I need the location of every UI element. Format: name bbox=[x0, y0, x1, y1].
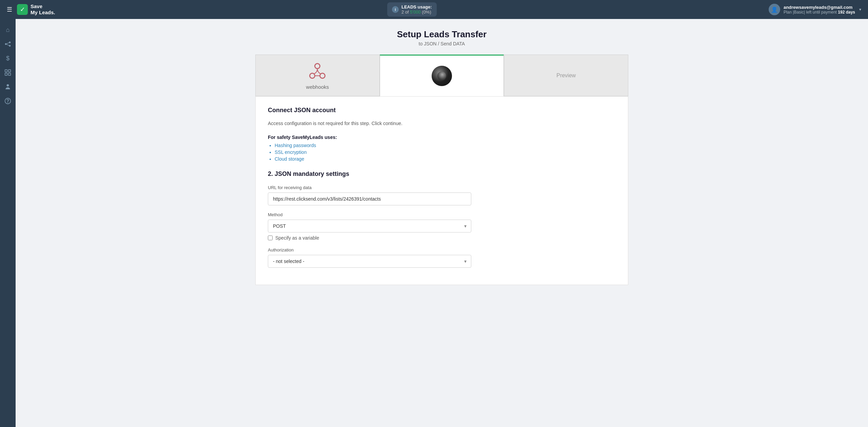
section2-title: 2. JSON mandatory settings bbox=[268, 170, 616, 178]
logo-text: Save My Leads. bbox=[31, 3, 55, 16]
webhook-icon bbox=[307, 61, 328, 81]
url-group: URL for receiving data bbox=[268, 185, 616, 205]
sidebar: ⌂ $ bbox=[0, 19, 16, 427]
list-item: Hashing passwords bbox=[275, 143, 616, 148]
safety-block: For safety SaveMyLeads uses: Hashing pas… bbox=[268, 135, 616, 162]
svg-point-14 bbox=[320, 73, 325, 78]
connect-section: Connect JSON account Access configuratio… bbox=[268, 107, 616, 162]
user-plan: Plan |Basic| left until payment 192 days bbox=[784, 10, 855, 15]
page-title: Setup Leads Transfer bbox=[29, 29, 854, 40]
sidebar-item-account[interactable] bbox=[2, 81, 14, 93]
info-icon: i bbox=[392, 6, 399, 13]
access-info-text: Access configuration is not required for… bbox=[268, 120, 616, 127]
navbar: ☰ ✓ Save My Leads. i LEADS usage: 2 of 5… bbox=[0, 0, 868, 19]
tab-webhooks-label: webhooks bbox=[306, 84, 329, 90]
url-input[interactable] bbox=[268, 192, 471, 205]
specify-variable-checkbox[interactable] bbox=[268, 236, 273, 240]
tab-webhooks[interactable]: webhooks bbox=[255, 55, 380, 96]
leads-usage-badge: i LEADS usage: 2 of 5'000 (0%) bbox=[387, 2, 437, 17]
svg-point-1 bbox=[9, 42, 11, 43]
method-label: Method bbox=[268, 212, 616, 217]
logo-area: ✓ Save My Leads. bbox=[17, 3, 55, 16]
method-group: Method POST GET PUT PATCH DELETE ▾ Speci… bbox=[268, 212, 616, 241]
tab-preview-label: Preview bbox=[556, 73, 576, 79]
leads-usage-text: LEADS usage: 2 of 5'000 (0%) bbox=[401, 4, 432, 15]
sidebar-item-integrations[interactable] bbox=[2, 66, 14, 79]
safety-list: Hashing passwords SSL encryption Cloud s… bbox=[268, 143, 616, 162]
user-email: andrewsavemyleads@gmail.com bbox=[784, 5, 855, 10]
svg-point-13 bbox=[310, 73, 315, 78]
auth-label: Authorization bbox=[268, 247, 616, 252]
svg-point-0 bbox=[5, 43, 7, 45]
svg-rect-6 bbox=[8, 70, 11, 72]
navbar-left: ☰ ✓ Save My Leads. bbox=[7, 3, 55, 16]
svg-point-2 bbox=[9, 45, 11, 47]
list-item: Cloud storage bbox=[275, 156, 616, 162]
main-content: Setup Leads Transfer to JSON / Send DATA bbox=[16, 19, 868, 427]
method-select-wrap: POST GET PUT PATCH DELETE ▾ bbox=[268, 220, 471, 232]
method-select[interactable]: POST GET PUT PATCH DELETE bbox=[268, 220, 471, 232]
main-layout: ⌂ $ Setup Leads Transfer to JSON / Send … bbox=[0, 19, 868, 427]
sidebar-item-connections[interactable] bbox=[2, 38, 14, 50]
url-label: URL for receiving data bbox=[268, 185, 616, 190]
sidebar-item-home[interactable]: ⌂ bbox=[2, 24, 14, 36]
sidebar-item-billing[interactable]: $ bbox=[2, 52, 14, 64]
tab-preview[interactable]: Preview bbox=[504, 55, 628, 96]
auth-select[interactable]: - not selected - Basic Auth Bearer Token… bbox=[268, 255, 471, 268]
page-header: Setup Leads Transfer to JSON / Send DATA bbox=[29, 29, 854, 46]
json-icon bbox=[432, 66, 452, 86]
page-subtitle: to JSON / Send DATA bbox=[29, 41, 854, 46]
specify-variable-label[interactable]: Specify as a variable bbox=[275, 235, 319, 241]
logo-check-icon: ✓ bbox=[17, 4, 28, 15]
form-section: Connect JSON account Access configuratio… bbox=[255, 96, 628, 285]
svg-point-11 bbox=[8, 102, 8, 103]
svg-line-4 bbox=[7, 44, 9, 45]
navbar-center: i LEADS usage: 2 of 5'000 (0%) bbox=[387, 2, 437, 17]
auth-select-wrap: - not selected - Basic Auth Bearer Token… bbox=[268, 255, 471, 268]
auth-group: Authorization - not selected - Basic Aut… bbox=[268, 247, 616, 268]
user-info: andrewsavemyleads@gmail.com Plan |Basic|… bbox=[784, 5, 855, 15]
svg-rect-7 bbox=[5, 73, 7, 76]
connect-title: Connect JSON account bbox=[268, 107, 616, 114]
svg-line-3 bbox=[7, 43, 9, 44]
svg-rect-8 bbox=[8, 73, 11, 76]
sidebar-item-help[interactable] bbox=[2, 95, 14, 107]
specify-variable-row: Specify as a variable bbox=[268, 235, 616, 241]
svg-rect-5 bbox=[5, 70, 7, 72]
list-item: SSL encryption bbox=[275, 149, 616, 155]
safety-title: For safety SaveMyLeads uses: bbox=[268, 135, 616, 140]
step-tabs: webhooks Preview bbox=[255, 55, 628, 96]
svg-point-12 bbox=[315, 64, 320, 69]
tab-json[interactable] bbox=[380, 55, 504, 96]
user-area: 👤 andrewsavemyleads@gmail.com Plan |Basi… bbox=[769, 4, 855, 15]
avatar: 👤 bbox=[769, 4, 780, 15]
chevron-down-icon[interactable]: ▾ bbox=[859, 7, 861, 12]
svg-point-9 bbox=[7, 84, 9, 87]
hamburger-button[interactable]: ☰ bbox=[7, 6, 12, 13]
navbar-right: 👤 andrewsavemyleads@gmail.com Plan |Basi… bbox=[769, 4, 861, 15]
